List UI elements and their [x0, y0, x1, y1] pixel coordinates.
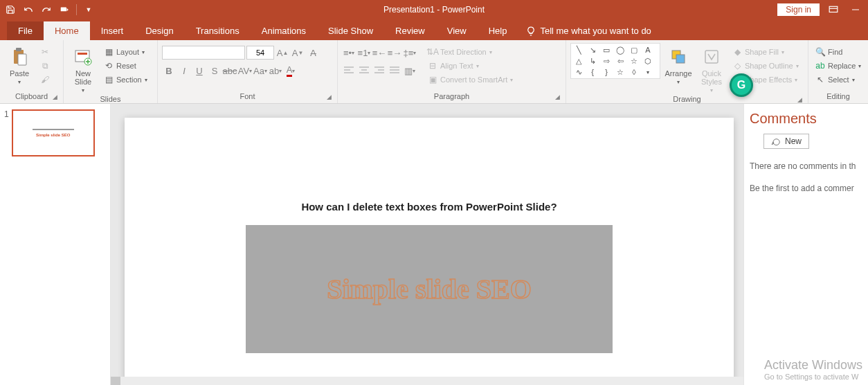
shape-brace-icon[interactable]: { [586, 67, 599, 77]
slide[interactable]: How can I delete text boxes from PowerPo… [125, 118, 734, 385]
font-size-combo[interactable] [246, 46, 274, 60]
arrange-button[interactable]: Arrange▾ [663, 43, 694, 85]
clear-formatting-icon[interactable]: A̶ [306, 46, 320, 60]
sign-in-button[interactable]: Sign in [777, 3, 820, 16]
shape-curve-icon[interactable]: ∿ [572, 67, 585, 77]
character-spacing-button[interactable]: AV▾ [238, 64, 252, 78]
tab-animations[interactable]: Animations [251, 21, 317, 40]
shape-callout-icon[interactable]: ◊ [628, 67, 640, 77]
tell-me-search[interactable]: Tell me what you want to do [518, 21, 659, 40]
horizontal-scrollbar[interactable] [111, 377, 743, 385]
shape-roundrect-icon[interactable]: ▢ [628, 45, 640, 55]
tab-insert[interactable]: Insert [90, 21, 135, 40]
new-slide-button[interactable]: New Slide ▾ [68, 43, 98, 93]
text-direction-button[interactable]: ⇅AText Direction ▾ [425, 46, 516, 58]
start-from-beginning-icon[interactable] [58, 3, 71, 16]
columns-button[interactable]: ▥▾ [403, 64, 417, 78]
shapes-more-dd[interactable]: ▾ [642, 67, 654, 77]
shape-elbow-icon[interactable]: ↳ [586, 56, 599, 66]
convert-smartart-button[interactable]: ▣Convert to SmartArt ▾ [425, 73, 516, 86]
shadow-button[interactable]: S [208, 64, 221, 78]
shapes-gallery[interactable]: ╲ ↘ ▭ ◯ ▢ A △ ↳ ⇨ ⇦ ☆ ⬡ ∿ { } ☆ ◊ ▾ [570, 43, 660, 79]
shape-arrow3-icon[interactable]: ⇦ [614, 56, 626, 66]
section-button[interactable]: ▤Section ▾ [101, 73, 150, 86]
italic-button[interactable]: I [177, 64, 191, 78]
font-color-button[interactable]: A▾ [284, 64, 298, 78]
clipboard-dialog-launcher[interactable]: ◢ [53, 93, 57, 100]
shape-star-icon[interactable]: ☆ [628, 56, 640, 66]
shape-arrow2-icon[interactable]: ⇨ [600, 56, 613, 66]
format-painter-button[interactable]: 🖌 [37, 73, 53, 86]
shape-fill-button[interactable]: ◆Shape Fill ▾ [730, 46, 802, 58]
change-case-button[interactable]: Aa▾ [253, 64, 267, 78]
shape-more-icon[interactable]: ☆ [614, 67, 626, 77]
increase-font-icon[interactable]: A▲ [275, 46, 289, 60]
slide-text-box[interactable]: Simple slide SEO [246, 225, 613, 353]
grammarly-icon[interactable]: G [730, 73, 753, 97]
tab-help[interactable]: Help [478, 21, 518, 40]
tab-design[interactable]: Design [134, 21, 184, 40]
drawing-dialog-launcher[interactable]: ◢ [797, 96, 802, 103]
ribbon-display-options-icon[interactable] [825, 3, 842, 16]
customize-qat-icon[interactable]: ▼ [82, 3, 95, 16]
highlight-button[interactable]: ab▾ [269, 64, 282, 78]
shape-oval-icon[interactable]: ◯ [614, 45, 626, 55]
svg-rect-27 [705, 51, 718, 63]
justify-button[interactable] [388, 64, 401, 78]
group-label-clipboard: Clipboard◢ [4, 91, 59, 103]
paste-button[interactable]: Paste ▾ [4, 43, 35, 85]
undo-icon[interactable] [22, 3, 35, 16]
cut-button[interactable]: ✂ [37, 46, 53, 58]
underline-button[interactable]: U [192, 64, 206, 78]
shape-outline-button[interactable]: ◇Shape Outline ▾ [730, 60, 802, 72]
new-comment-icon [771, 137, 781, 145]
tab-transitions[interactable]: Transitions [185, 21, 251, 40]
align-right-button[interactable] [372, 64, 386, 78]
shape-line-icon[interactable]: ╲ [572, 45, 585, 55]
align-center-button[interactable] [357, 64, 371, 78]
increase-indent-button[interactable]: ≡→ [388, 46, 401, 60]
font-dialog-launcher[interactable]: ◢ [327, 93, 332, 100]
tab-slideshow[interactable]: Slide Show [317, 21, 384, 40]
select-button[interactable]: ↖Select ▾ [813, 73, 864, 86]
numbering-button[interactable]: ≡1▾ [357, 46, 371, 60]
strikethrough-button[interactable]: abc [223, 64, 237, 78]
shape-rect-icon[interactable]: ▭ [600, 45, 613, 55]
tab-home[interactable]: Home [44, 21, 90, 40]
group-label-font: Font◢ [162, 91, 333, 103]
no-comments-text: There are no comments in th [750, 161, 862, 171]
shape-hex-icon[interactable]: ⬡ [642, 56, 654, 66]
save-icon[interactable] [4, 3, 17, 16]
font-family-combo[interactable] [162, 46, 245, 60]
decrease-indent-button[interactable]: ≡← [372, 46, 386, 60]
copy-button[interactable]: ⧉ [37, 60, 53, 72]
slide-thumbnail-1[interactable]: Simple slide SEO [12, 109, 95, 156]
find-button[interactable]: 🔍Find [813, 46, 864, 58]
reset-button[interactable]: ⟲Reset [101, 60, 150, 72]
align-text-button[interactable]: ⊟Align Text ▾ [425, 60, 516, 72]
bullets-button[interactable]: ≡•▾ [342, 46, 356, 60]
tab-review[interactable]: Review [384, 21, 436, 40]
quick-styles-button[interactable]: Quick Styles▾ [696, 43, 727, 93]
svg-rect-9 [78, 53, 87, 55]
slide-canvas-area[interactable]: How can I delete text boxes from PowerPo… [111, 104, 743, 385]
decrease-font-icon[interactable]: A▼ [291, 46, 305, 60]
tab-view[interactable]: View [436, 21, 478, 40]
shape-triangle-icon[interactable]: △ [572, 56, 585, 66]
shape-arrow-icon[interactable]: ↘ [586, 45, 599, 55]
shape-brace2-icon[interactable]: } [600, 67, 613, 77]
redo-icon[interactable] [40, 3, 53, 16]
svg-rect-0 [61, 8, 66, 12]
title-bar-right: Sign in [777, 3, 868, 16]
paragraph-dialog-launcher[interactable]: ◢ [555, 93, 560, 100]
bold-button[interactable]: B [162, 64, 176, 78]
tab-file[interactable]: File [7, 21, 44, 40]
minimize-icon[interactable] [847, 3, 864, 16]
shape-textbox-icon[interactable]: A [642, 45, 654, 55]
horizontal-scrollbar-thumb[interactable] [111, 377, 120, 385]
new-comment-button[interactable]: New [763, 134, 809, 149]
line-spacing-button[interactable]: ‡≡▾ [403, 46, 417, 60]
replace-button[interactable]: abReplace ▾ [813, 60, 864, 72]
align-left-button[interactable] [342, 64, 356, 78]
layout-button[interactable]: ▦Layout ▾ [101, 46, 150, 58]
